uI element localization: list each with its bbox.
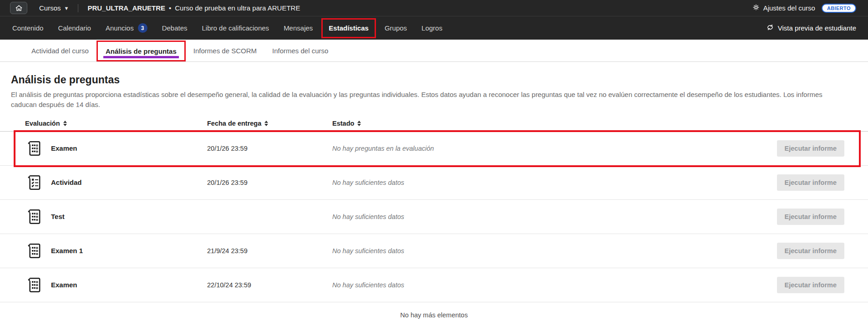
table-footer-message: No hay más elementos xyxy=(0,311,868,319)
nav-tab-debates[interactable]: Debates xyxy=(155,16,195,40)
nav-tab-logros[interactable]: Logros xyxy=(414,16,450,40)
due-date-cell: 20/1/26 23:59 xyxy=(207,145,332,152)
sort-icon xyxy=(63,121,67,126)
course-title: Curso de prueba en ultra para ARUETRE xyxy=(175,4,300,12)
nav-tab-calendario[interactable]: Calendario xyxy=(51,16,98,40)
nav-tab-libro-de-calificaciones[interactable]: Libro de calificaciones xyxy=(195,16,277,40)
chevron-down-icon: ▼ xyxy=(64,5,69,11)
table-header-row: Evaluación Fecha de entrega Estado xyxy=(0,116,868,132)
student-preview-icon xyxy=(766,23,774,33)
assessment-name: Actividad xyxy=(51,178,82,186)
column-header-fecha-de-entrega[interactable]: Fecha de entrega xyxy=(207,120,332,127)
nav-tab-grupos[interactable]: Grupos xyxy=(377,16,414,40)
assessment-cell: Actividad xyxy=(25,173,207,192)
exam-icon xyxy=(25,276,43,294)
course-code: PRU_ULTRA_ARUETRE xyxy=(87,4,165,12)
status-cell: No hay suficientes datos xyxy=(332,213,776,220)
gear-icon xyxy=(752,3,760,13)
table-row: Examen 22/10/24 23:59 No hay suficientes… xyxy=(0,268,868,302)
assessment-cell: Examen xyxy=(25,139,207,158)
sort-icon xyxy=(357,121,361,126)
nav-tab-estadisticas[interactable]: Estadísticas xyxy=(321,18,376,38)
column-header-evaluacion[interactable]: Evaluación xyxy=(25,120,207,127)
run-report-button[interactable]: Ejecutar informe xyxy=(777,140,844,157)
nav-tab-contenido[interactable]: Contenido xyxy=(12,16,51,40)
assessment-cell: Test xyxy=(25,208,207,226)
course-status-badge[interactable]: ABIERTO xyxy=(822,4,856,13)
subtab-informes-de-scorm[interactable]: Informes de SCORM xyxy=(186,40,264,61)
subtab-informes-del-curso[interactable]: Informes del curso xyxy=(264,40,336,61)
courses-dropdown[interactable]: Cursos ▼ xyxy=(39,4,69,12)
course-settings-label: Ajustes del curso xyxy=(763,4,815,12)
question-analysis-table: Evaluación Fecha de entrega Estado xyxy=(0,116,868,319)
separator-dot: • xyxy=(169,4,171,12)
page-description: El análisis de preguntas proporciona est… xyxy=(0,90,856,110)
due-date-cell: 21/9/24 23:59 xyxy=(207,247,332,255)
status-cell: No hay preguntas en la evaluación xyxy=(332,145,776,152)
nav-tab-anuncios[interactable]: Anuncios3 xyxy=(98,16,155,40)
due-date-cell: 20/1/26 23:59 xyxy=(207,179,332,186)
main-content: Análisis de preguntas El análisis de pre… xyxy=(0,62,868,319)
courses-label: Cursos xyxy=(39,4,61,12)
run-report-button[interactable]: Ejecutar informe xyxy=(777,174,844,191)
table-row: Examen 20/1/26 23:59 No hay preguntas en… xyxy=(0,132,868,166)
run-report-button[interactable]: Ejecutar informe xyxy=(777,243,844,259)
home-button[interactable] xyxy=(10,2,27,14)
course-settings-button[interactable]: Ajustes del curso xyxy=(752,3,815,13)
run-report-button[interactable]: Ejecutar informe xyxy=(777,209,844,225)
assessment-name: Examen 1 xyxy=(51,247,83,255)
due-date-cell: 22/10/24 23:59 xyxy=(207,281,332,289)
page-title: Análisis de preguntas xyxy=(0,74,868,86)
table-row: Actividad 20/1/26 23:59 No hay suficient… xyxy=(0,166,868,200)
home-icon xyxy=(15,4,23,12)
divider xyxy=(78,4,78,12)
announcements-count-badge: 3 xyxy=(138,23,147,33)
activity-icon xyxy=(25,173,43,192)
table-body: Examen 20/1/26 23:59 No hay preguntas en… xyxy=(0,132,868,302)
column-header-estado[interactable]: Estado xyxy=(332,120,776,127)
status-cell: No hay suficientes datos xyxy=(332,179,776,186)
assessment-cell: Examen 1 xyxy=(25,242,207,260)
table-row: Test No hay suficientes datos Ejecutar i… xyxy=(0,200,868,234)
run-report-button[interactable]: Ejecutar informe xyxy=(777,277,844,293)
status-cell: No hay suficientes datos xyxy=(332,247,776,255)
top-app-bar: Cursos ▼ PRU_ULTRA_ARUETRE • Curso de pr… xyxy=(0,0,868,16)
course-nav-bar: ContenidoCalendarioAnuncios3DebatesLibro… xyxy=(0,16,868,40)
active-tab-underline xyxy=(103,56,179,58)
nav-tab-mensajes[interactable]: Mensajes xyxy=(276,16,320,40)
sort-icon xyxy=(264,121,268,126)
assessment-cell: Examen xyxy=(25,276,207,294)
course-nav-items: ContenidoCalendarioAnuncios3DebatesLibro… xyxy=(12,16,450,40)
exam-icon xyxy=(25,242,43,260)
student-preview-label: Vista previa de estudiante xyxy=(778,24,856,32)
statistics-subtabs: Actividad del cursoAnálisis de preguntas… xyxy=(0,40,868,62)
student-preview-button[interactable]: Vista previa de estudiante xyxy=(766,23,856,33)
status-cell: No hay suficientes datos xyxy=(332,281,776,289)
assessment-name: Test xyxy=(51,213,65,220)
exam-icon xyxy=(25,208,43,226)
exam-icon xyxy=(25,139,43,158)
table-row: Examen 1 21/9/24 23:59 No hay suficiente… xyxy=(0,234,868,268)
subtab-actividad-del-curso[interactable]: Actividad del curso xyxy=(24,40,96,61)
assessment-name: Examen xyxy=(51,281,77,289)
assessment-name: Examen xyxy=(51,144,77,152)
breadcrumb: PRU_ULTRA_ARUETRE • Curso de prueba en u… xyxy=(87,4,300,12)
subtab-analisis-de-preguntas[interactable]: Análisis de preguntas xyxy=(96,41,186,61)
